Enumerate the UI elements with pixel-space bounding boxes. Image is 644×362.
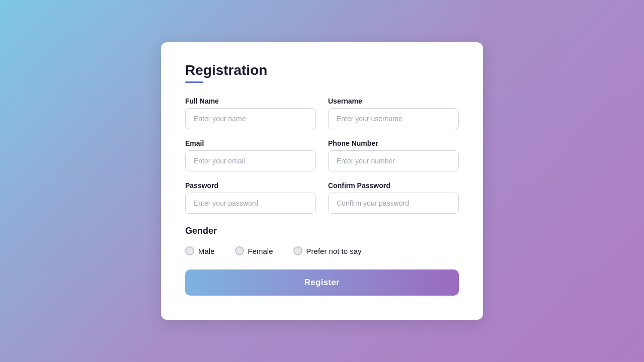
phone-input[interactable] bbox=[328, 150, 459, 171]
fullname-group: Full Name bbox=[185, 97, 316, 129]
username-label: Username bbox=[328, 97, 459, 105]
title-wrap: Registration bbox=[185, 62, 459, 83]
title-underline bbox=[185, 81, 203, 83]
gender-male-option[interactable]: Male bbox=[185, 246, 215, 255]
fullname-input[interactable] bbox=[185, 108, 316, 129]
email-input[interactable] bbox=[185, 150, 316, 171]
email-label: Email bbox=[185, 139, 316, 147]
gender-female-radio[interactable] bbox=[235, 246, 244, 255]
gender-group: Gender Male Female Prefer not to say bbox=[185, 226, 459, 255]
email-group: Email bbox=[185, 139, 316, 171]
phone-label: Phone Number bbox=[328, 139, 459, 147]
password-input[interactable] bbox=[185, 193, 316, 214]
fullname-label: Full Name bbox=[185, 97, 316, 105]
password-label: Password bbox=[185, 182, 316, 190]
page-title: Registration bbox=[185, 62, 459, 78]
gender-label: Gender bbox=[185, 226, 459, 236]
confirm-password-label: Confirm Password bbox=[328, 182, 459, 190]
gender-radio-group: Male Female Prefer not to say bbox=[185, 246, 459, 255]
confirm-password-group: Confirm Password bbox=[328, 182, 459, 214]
gender-female-option[interactable]: Female bbox=[235, 246, 273, 255]
username-input[interactable] bbox=[328, 108, 459, 129]
form-grid: Full Name Username Email Phone Number Pa… bbox=[185, 97, 459, 296]
registration-card: Registration Full Name Username Email Ph… bbox=[161, 42, 483, 320]
confirm-password-input[interactable] bbox=[328, 193, 459, 214]
gender-male-label: Male bbox=[198, 247, 215, 255]
phone-group: Phone Number bbox=[328, 139, 459, 171]
password-group: Password bbox=[185, 182, 316, 214]
gender-female-label: Female bbox=[248, 247, 273, 255]
gender-prefer-not-label: Prefer not to say bbox=[306, 247, 362, 255]
registration-form: Full Name Username Email Phone Number Pa… bbox=[185, 97, 459, 296]
register-button[interactable]: Register bbox=[185, 269, 459, 296]
username-group: Username bbox=[328, 97, 459, 129]
gender-prefer-not-radio[interactable] bbox=[293, 246, 302, 255]
gender-prefer-not-option[interactable]: Prefer not to say bbox=[293, 246, 362, 255]
gender-male-radio[interactable] bbox=[185, 246, 194, 255]
